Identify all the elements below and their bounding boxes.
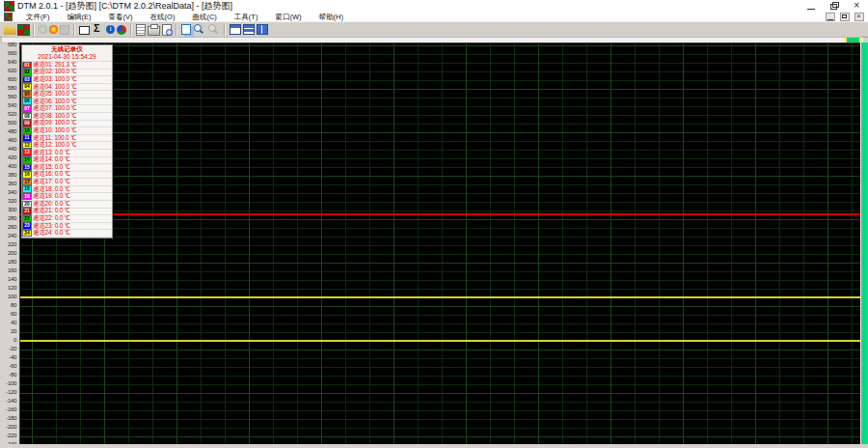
y-tick-label: 640 — [0, 59, 16, 66]
channel-line — [20, 340, 862, 342]
channel-color-swatch: 05 — [23, 92, 31, 98]
y-tick-label: 680 — [0, 42, 16, 48]
menu-window[interactable]: 窗口(W) — [266, 13, 310, 22]
channel-color-swatch: 21 — [23, 209, 31, 214]
menu-view[interactable]: 查看(V) — [100, 13, 142, 22]
y-tick-label: 560 — [0, 94, 16, 100]
window-title: DTM 2.0.1 - [趋势图] [C:\DTM 2.0.2\RealData… — [17, 0, 232, 13]
y-tick-label: 600 — [0, 76, 16, 83]
y-tick-label: 660 — [0, 50, 16, 57]
close-button[interactable] — [853, 2, 862, 11]
pie-chart-icon[interactable] — [117, 25, 126, 35]
channel-color-swatch: 23 — [23, 223, 31, 229]
y-tick-label: -80 — [0, 372, 16, 378]
pause-icon[interactable] — [60, 25, 69, 35]
minimize-button[interactable] — [806, 2, 816, 11]
bottom-strip — [0, 444, 868, 448]
y-tick-label: -140 — [0, 398, 16, 405]
app-icon — [5, 2, 14, 11]
sum-icon[interactable] — [92, 24, 104, 35]
channel-color-swatch: 11 — [23, 135, 31, 141]
y-tick-label: 180 — [0, 259, 16, 266]
y-tick-label: 340 — [0, 189, 16, 196]
dataset-icon[interactable] — [18, 25, 29, 35]
tile-vertical-icon[interactable] — [257, 24, 268, 35]
plot-area[interactable]: 无线记录仪 2021-04-30 15:54:29 01通道01: 291.3 … — [19, 42, 862, 444]
y-tick-label: 20 — [0, 328, 16, 335]
channel-color-swatch: 19 — [23, 194, 31, 200]
open-file-icon[interactable] — [4, 24, 16, 35]
channel-color-swatch: 09 — [23, 121, 31, 126]
channel-color-swatch: 01 — [23, 63, 31, 69]
vertical-scrollbar[interactable] — [860, 42, 868, 444]
y-tick-label: 620 — [0, 68, 16, 74]
trend-chart: 6806606406206005805605405205004804604404… — [0, 42, 868, 444]
channel-color-swatch: 13 — [23, 150, 31, 155]
channel-color-swatch: 10 — [23, 128, 31, 134]
y-tick-label: 200 — [0, 250, 16, 257]
report-icon[interactable] — [136, 24, 146, 36]
y-tick-label: 100 — [0, 294, 16, 300]
channel-color-swatch: 03 — [23, 77, 31, 83]
y-tick-label: 220 — [0, 241, 16, 248]
legend-row: 24通道24: 0.0 ℃ — [22, 230, 112, 238]
y-tick-label: 0 — [0, 337, 16, 344]
child-minimize-button[interactable] — [826, 13, 835, 21]
y-axis: 6806606406206005805605405205004804604404… — [0, 42, 19, 444]
toolbar-separator — [224, 24, 226, 36]
restore-button[interactable] — [829, 2, 839, 11]
zoom-in-icon[interactable] — [193, 24, 205, 35]
print-preview-icon[interactable] — [162, 24, 172, 36]
cascade-windows-icon[interactable] — [230, 24, 241, 35]
info-icon[interactable] — [106, 25, 115, 34]
menu-online[interactable]: 在线(O) — [142, 13, 184, 22]
child-window-icon[interactable] — [5, 14, 12, 20]
channel-color-swatch: 06 — [23, 98, 31, 104]
y-tick-label: 140 — [0, 276, 16, 283]
child-restore-button[interactable] — [840, 13, 850, 21]
y-tick-label: -220 — [0, 433, 16, 439]
stop-icon[interactable] — [39, 25, 47, 34]
y-tick-label: -60 — [0, 363, 16, 370]
menu-edit[interactable]: 编辑(E) — [59, 13, 100, 22]
zoom-out-icon[interactable] — [207, 24, 220, 35]
channel-line — [20, 213, 862, 215]
channel-color-swatch: 04 — [23, 84, 31, 90]
y-tick-label: 60 — [0, 311, 16, 318]
channel-color-swatch: 02 — [23, 70, 31, 75]
record-icon[interactable] — [49, 25, 58, 34]
y-tick-label: 300 — [0, 207, 16, 213]
channel-color-swatch: 22 — [23, 216, 31, 222]
channel-value-label: 通道24: 0.0 ℃ — [33, 229, 69, 238]
channel-color-swatch: 12 — [23, 143, 31, 149]
y-tick-label: -200 — [0, 424, 16, 431]
y-tick-label: 440 — [0, 146, 16, 153]
y-tick-label: 580 — [0, 85, 16, 92]
y-tick-label: 520 — [0, 111, 16, 118]
y-tick-label: 40 — [0, 320, 16, 326]
y-tick-label: 400 — [0, 163, 16, 170]
y-tick-label: 80 — [0, 302, 16, 309]
channel-color-swatch: 18 — [23, 186, 31, 192]
copy-curve-icon[interactable] — [181, 24, 191, 35]
channel-legend: 无线记录仪 2021-04-30 15:54:29 01通道01: 291.3 … — [21, 44, 113, 238]
toolbar — [0, 21, 868, 38]
channel-color-swatch: 17 — [23, 180, 31, 185]
print-icon[interactable] — [148, 26, 160, 36]
child-close-button[interactable] — [854, 13, 864, 21]
channel-color-swatch: 14 — [23, 157, 31, 163]
y-tick-label: -100 — [0, 380, 16, 387]
y-tick-label: 500 — [0, 120, 16, 126]
menu-help[interactable]: 帮助(H) — [311, 13, 352, 22]
y-tick-label: 260 — [0, 224, 16, 231]
tile-horizontal-icon[interactable] — [243, 24, 255, 35]
menu-tools[interactable]: 工具(T) — [226, 13, 267, 22]
menu-file[interactable]: 文件(F) — [17, 13, 59, 22]
y-tick-label: 540 — [0, 102, 16, 109]
y-tick-label: 380 — [0, 172, 16, 179]
channel-color-swatch: 16 — [23, 172, 31, 178]
channel-line — [20, 296, 862, 298]
menu-curve[interactable]: 曲线(C) — [183, 13, 225, 22]
rectangle-icon[interactable] — [79, 26, 90, 35]
channel-color-swatch: 24 — [23, 231, 31, 237]
